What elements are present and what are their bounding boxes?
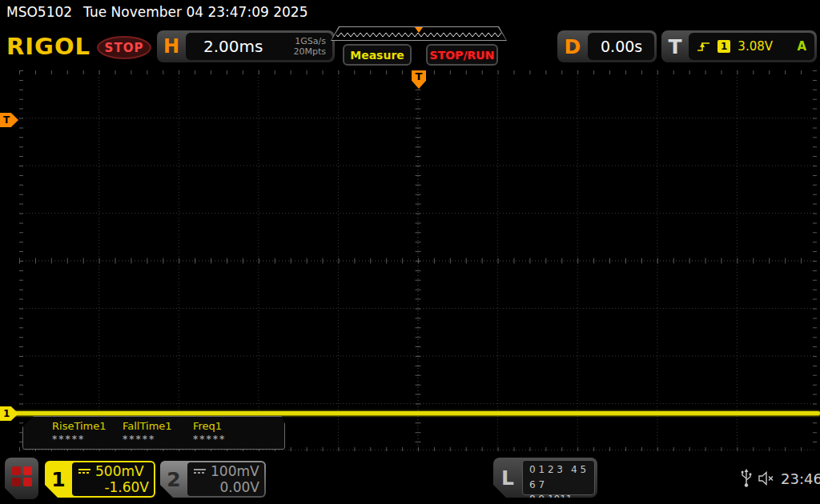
rigol-logo: RIGOL bbox=[6, 33, 90, 60]
graticule-grid bbox=[19, 70, 817, 451]
channel1-offset-marker[interactable]: 1 bbox=[0, 406, 18, 421]
oscilloscope-screen: MSO5102Tue November 04 23:47:09 2025 RIG… bbox=[0, 0, 820, 504]
model-name: MSO5102 bbox=[6, 4, 72, 20]
logic-channels-panel[interactable]: L 0 1 2 34 5 6 7 8 9 101112131415 bbox=[493, 458, 597, 498]
measurement-label: Freq1 bbox=[193, 420, 263, 432]
usb-icon bbox=[741, 469, 752, 488]
channel1-scale: 500mV bbox=[95, 463, 144, 479]
channel2-scale: 100mV bbox=[211, 463, 259, 479]
trigger-panel[interactable]: T 1 3.08V A bbox=[661, 30, 817, 62]
menu-grid-icon bbox=[12, 466, 33, 487]
menu-button[interactable] bbox=[5, 458, 38, 499]
measurement-value: ***** bbox=[52, 434, 123, 445]
trigger-mode: A bbox=[797, 39, 806, 54]
measure-button[interactable]: Measure bbox=[343, 44, 412, 66]
delay-value: 0.00s bbox=[601, 38, 642, 55]
datetime: Tue November 04 23:47:09 2025 bbox=[83, 4, 308, 20]
horizontal-panel[interactable]: H 2.00ms 1GSa/s 20Mpts bbox=[157, 30, 335, 62]
rising-edge-icon bbox=[697, 41, 710, 53]
measurement-label: FallTime1 bbox=[123, 420, 193, 432]
measurement-item: RiseTime1 ***** bbox=[52, 417, 123, 449]
preview-trigger-marker-icon bbox=[415, 27, 423, 33]
channel2-offset: 0.00V bbox=[194, 479, 259, 495]
measurement-item: Freq1 ***** bbox=[193, 417, 263, 449]
delay-panel[interactable]: D 0.00s bbox=[557, 30, 657, 62]
clock: 23:46 bbox=[781, 470, 820, 487]
waveform-preview-bar[interactable] bbox=[331, 26, 507, 41]
channel2-number: 2 bbox=[160, 461, 187, 498]
title-bar: MSO5102Tue November 04 23:47:09 2025 bbox=[6, 4, 308, 20]
channel2-panel[interactable]: 2 100mV 0.00V bbox=[160, 461, 266, 498]
sample-rate: 1GSa/s 20Mpts bbox=[293, 36, 326, 57]
measurement-value: ***** bbox=[123, 434, 193, 445]
trigger-level-value: 3.08V bbox=[738, 39, 773, 54]
channel1-trace bbox=[0, 411, 820, 415]
acquisition-status-badge: STOP bbox=[97, 36, 151, 59]
measurement-label: RiseTime1 bbox=[52, 420, 123, 432]
dc-coupling-icon bbox=[194, 469, 206, 474]
measurement-value: ***** bbox=[193, 434, 263, 445]
horizontal-label: H bbox=[157, 30, 186, 62]
channel1-offset: -1.60V bbox=[78, 479, 149, 495]
trigger-label: T bbox=[661, 30, 689, 62]
timebase-value: 2.00ms bbox=[203, 37, 263, 56]
dc-coupling-icon bbox=[78, 469, 90, 474]
logic-channel-numbers: 0 1 2 34 5 6 7 8 9 101112131415 bbox=[522, 460, 595, 495]
stop-run-button[interactable]: STOP/RUN bbox=[426, 44, 498, 66]
trigger-level-marker[interactable]: T bbox=[0, 113, 18, 127]
channel1-panel[interactable]: 1 500mV -1.60V bbox=[45, 461, 155, 498]
measurement-panel[interactable]: RiseTime1 ***** FallTime1 ***** Freq1 **… bbox=[22, 416, 285, 450]
logic-label: L bbox=[493, 458, 522, 498]
trigger-source-badge: 1 bbox=[718, 40, 730, 53]
speaker-muted-icon[interactable] bbox=[758, 471, 774, 486]
delay-label: D bbox=[557, 30, 588, 62]
measurement-item: FallTime1 ***** bbox=[123, 417, 193, 449]
channel1-number: 1 bbox=[45, 461, 72, 498]
